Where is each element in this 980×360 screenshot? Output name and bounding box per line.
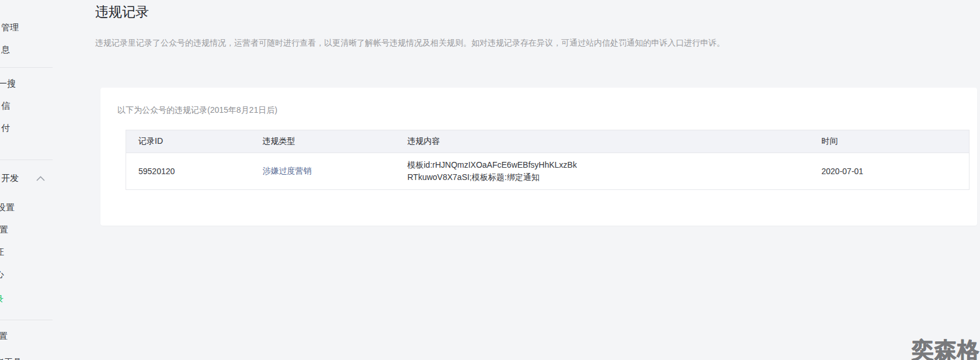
chevron-up-icon[interactable] [36,175,46,182]
sidebar-item-guanli[interactable]: 管理 [0,22,70,33]
violation-content-cell: 模板id:rHJNQmzIXOaAFcE6wEBfsyHhKLxzBk RTku… [395,153,809,190]
sidebar-item-weigui-jilu-active[interactable]: 录 [0,293,70,305]
sidebar: 管理 息 搜一搜 信 付 开发 设置 置 证 心 录 置 者工具 [0,0,53,360]
violation-type-cell: 涉嫌过度营销 [251,153,395,190]
watermark: 奕森格 [912,338,980,360]
sidebar-divider [0,67,53,68]
column-header-type: 违规类型 [251,130,395,153]
violation-content-line2: RTkuwoV8X7aSI;模板标题:绑定通知 [408,171,809,184]
sidebar-item-shezhi[interactable]: 设置 [0,202,70,213]
violation-content-line1: 模板id:rHJNQmzIXOaAFcE6wEBfsyHhKLxzBk [408,159,809,171]
violation-records-card: 以下为公众号的违规记录(2015年8月21日后) 记录ID 违规类型 违规内容 … [100,88,977,226]
sidebar-item-fu[interactable]: 付 [0,122,70,134]
violation-records-table: 记录ID 违规类型 违规内容 时间 59520120 涉嫌过度营销 模板id:r… [126,130,969,190]
sidebar-item-xi[interactable]: 息 [0,44,70,56]
sidebar-item-gongju[interactable]: 者工具 [0,356,70,360]
record-time-cell: 2020-07-01 [809,153,969,190]
sidebar-item-zheng[interactable]: 证 [0,246,70,258]
page-description: 违规记录里记录了公众号的违规情况，运营者可随时进行查看，以更清晰了解帐号违规情况… [95,37,725,48]
sidebar-item-xin2[interactable]: 心 [0,268,70,280]
sidebar-group-kaifa[interactable]: 开发 [0,172,70,184]
records-intro-text: 以下为公众号的违规记录(2015年8月21日后) [117,105,277,115]
sidebar-divider [0,320,53,320]
table-row: 59520120 涉嫌过度营销 模板id:rHJNQmzIXOaAFcE6wEB… [126,153,969,190]
violation-type-link[interactable]: 涉嫌过度营销 [263,166,312,175]
sidebar-item-zhi2[interactable]: 置 [0,330,70,342]
sidebar-item-xin[interactable]: 信 [0,100,70,112]
page-title: 违规记录 [95,4,149,20]
table-header-row: 记录ID 违规类型 违规内容 时间 [126,130,969,153]
sidebar-divider [0,160,53,160]
column-header-content: 违规内容 [395,130,809,153]
column-header-record-id: 记录ID [126,130,251,153]
record-id-cell: 59520120 [126,153,251,190]
sidebar-item-zhi[interactable]: 置 [0,224,70,236]
sidebar-item-souyisou[interactable]: 搜一搜 [0,78,70,89]
column-header-time: 时间 [809,130,969,153]
